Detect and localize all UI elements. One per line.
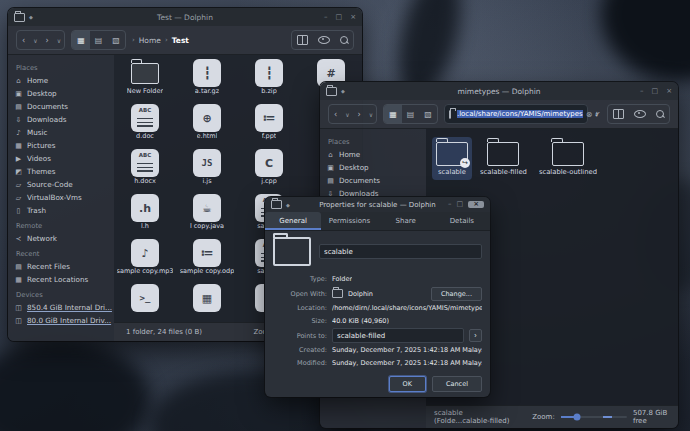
accept-location-button[interactable]: ✓ [594, 110, 601, 119]
sidebar-item-downloads[interactable]: ⇩ Downloads [14, 113, 114, 126]
preview-button[interactable] [313, 31, 335, 49]
field-label-open-with: Open With: [273, 290, 327, 298]
close-button[interactable]: × [350, 14, 356, 21]
sidebar-item-pictures[interactable]: ▦ Pictures [14, 139, 114, 152]
sidebar-item-themes[interactable]: ◩ Themes [14, 165, 114, 178]
sidebar-item-850-4-gib-internal-dri-[interactable]: ◫ 850.4 GiB Internal Dri... [14, 301, 114, 314]
change-button[interactable]: Change... [431, 287, 482, 301]
sidebar-item-videos[interactable]: ▶ Videos [14, 152, 114, 165]
file-item-sample-copy-odp[interactable]: ≔ sample copy.odp [176, 239, 238, 284]
search-button[interactable] [335, 31, 353, 49]
tab-permissions[interactable]: Permissions [321, 212, 377, 230]
back-history-dropdown[interactable]: ∨ [342, 105, 352, 123]
file-item-l-h[interactable]: .h l.h [114, 194, 176, 239]
file-label: New Folder [127, 88, 163, 95]
minimize-button[interactable]: – [448, 201, 452, 208]
back-button[interactable]: ‹ [17, 31, 30, 49]
file-item-b-zip[interactable]: ┇ b.zip [238, 59, 300, 104]
network-icon: ≺ [14, 235, 23, 243]
file-label: l.h [141, 223, 149, 230]
properties-dialog: ◆ Properties for scalable — Dolphin – □ … [265, 197, 490, 397]
details-view-button[interactable]: ▤ [90, 31, 108, 49]
titlebar[interactable]: ◆ mimetypes — Dolphin – □ × [320, 82, 678, 100]
sidebar-item-trash[interactable]: ▯ Trash [14, 204, 114, 217]
sidebar-item-recent-files[interactable]: ▤ Recent Files [14, 260, 114, 273]
back-history-dropdown[interactable]: ∨ [30, 31, 40, 49]
sidebar-item-source-code[interactable]: ▱ Source-Code [14, 178, 114, 191]
file-item-d-doc[interactable]: ABC d.doc [114, 104, 176, 149]
minimize-button[interactable]: – [640, 88, 644, 95]
sidebar-item-network[interactable]: ≺ Network [14, 232, 114, 245]
forward-button[interactable]: › [41, 31, 54, 49]
breadcrumb-home[interactable]: Home [139, 36, 161, 45]
sidebar-item-label: Recent Locations [27, 275, 88, 284]
tree-view-button[interactable]: ▧ [107, 31, 125, 49]
field-label-created: Created: [273, 346, 327, 354]
folder-item-scalable[interactable]: ↪ scalable [432, 137, 472, 180]
file-item-j-cpp[interactable]: C j.cpp [238, 149, 300, 194]
sidebar-item-documents[interactable]: ▤ Documents [326, 174, 426, 187]
file-item-i-js[interactable]: JS i.js [176, 149, 238, 194]
breadcrumb-current[interactable]: Test [172, 36, 189, 45]
icons-view-button[interactable]: ▦ [72, 31, 90, 49]
chevron-icon: › [132, 36, 135, 44]
sidebar-item-home[interactable]: ⌂ Home [326, 148, 426, 161]
zoom-slider-handle[interactable] [574, 414, 581, 421]
ok-button[interactable]: OK [389, 376, 426, 392]
file-item-f-ppt[interactable]: ≔ f.ppt [238, 104, 300, 149]
symlink-emblem-icon: ↪ [460, 158, 470, 168]
file-item-new-folder[interactable]: New Folder [114, 59, 176, 104]
sidebar-item-home[interactable]: ⌂ Home [14, 74, 114, 87]
folder-item-scalable-outlined[interactable]: scalable-outlined [535, 137, 601, 180]
forward-button[interactable]: › [353, 105, 366, 123]
sidebar-item-music[interactable]: ♪ Music [14, 126, 114, 139]
sidebar-item-virtualbox-vms[interactable]: ▱ VirtualBox-Vms [14, 191, 114, 204]
sidebar-item-label: Trash [27, 206, 46, 215]
tab-general[interactable]: General [265, 212, 321, 230]
close-button[interactable]: × [468, 201, 484, 208]
sidebar-item-recent-locations[interactable]: ▦ Recent Locations [14, 273, 114, 286]
file-item-sample-copy-mp3[interactable]: ♪ sample copy.mp3 [114, 239, 176, 284]
status-info: 1 folder, 24 files (0 B) [126, 328, 202, 336]
split-view-button[interactable] [292, 31, 313, 49]
name-input[interactable] [319, 244, 482, 259]
maximize-button[interactable]: □ [336, 14, 343, 21]
points-to-browse-button[interactable]: › [469, 329, 482, 342]
chevron-icon: › [165, 36, 168, 44]
field-size: Size:40.0 KiB (40,960) [273, 315, 482, 327]
file-item-e-html[interactable]: ⊕ e.html [176, 104, 238, 149]
details-view-button[interactable]: ▤ [402, 105, 420, 123]
tree-view-button[interactable]: ▧ [419, 105, 437, 123]
maximize-button[interactable]: □ [652, 88, 659, 95]
location-path-selected: .local/share/icons/YAMIS/mimetypes [457, 110, 583, 118]
tab-share[interactable]: Share [378, 212, 434, 230]
titlebar[interactable]: ◆ Properties for scalable — Dolphin – □ … [265, 197, 490, 212]
forward-history-dropdown[interactable]: ∨ [366, 105, 376, 123]
zoom-slider[interactable] [561, 416, 627, 418]
search-button[interactable] [651, 105, 669, 123]
tab-details[interactable]: Details [434, 212, 490, 230]
close-button[interactable]: × [666, 88, 672, 95]
file-item-a-tar-gz[interactable]: ┇ a.tar.gz [176, 59, 238, 104]
location-bar[interactable]: ne/dirn/ .local/share/icons/YAMIS/mimety… [444, 104, 588, 124]
sidebar-item-desktop[interactable]: ▣ Desktop [326, 161, 426, 174]
back-button[interactable]: ‹ [329, 105, 342, 123]
icons-view-button[interactable]: ▦ [384, 105, 402, 123]
preview-button[interactable] [629, 105, 651, 123]
file-item[interactable]: ▦ [176, 284, 238, 322]
sidebar-item-80-0-gib-internal-driv-[interactable]: ◫ 80.0 GiB Internal Driv... [14, 314, 114, 327]
folder-item-scalable-filled[interactable]: scalable-filled [476, 137, 531, 180]
file-item[interactable]: >_ [114, 284, 176, 322]
file-item-l-copy-java[interactable]: ☕ l copy.java [176, 194, 238, 239]
sidebar-item-desktop[interactable]: ▣ Desktop [14, 87, 114, 100]
maximize-button[interactable]: □ [457, 201, 464, 208]
titlebar[interactable]: ◆ Test — Dolphin – □ × [8, 8, 362, 26]
minimize-button[interactable]: – [324, 14, 328, 21]
sidebar-item-documents[interactable]: ▤ Documents [14, 100, 114, 113]
cancel-button[interactable]: Cancel [432, 376, 482, 392]
points-to-input[interactable] [332, 328, 464, 343]
forward-history-dropdown[interactable]: ∨ [54, 31, 64, 49]
file-item-h-docx[interactable]: ABC h.docx [114, 149, 176, 194]
split-view-button[interactable] [608, 105, 629, 123]
clear-input-icon[interactable]: ⊗ [586, 110, 593, 119]
